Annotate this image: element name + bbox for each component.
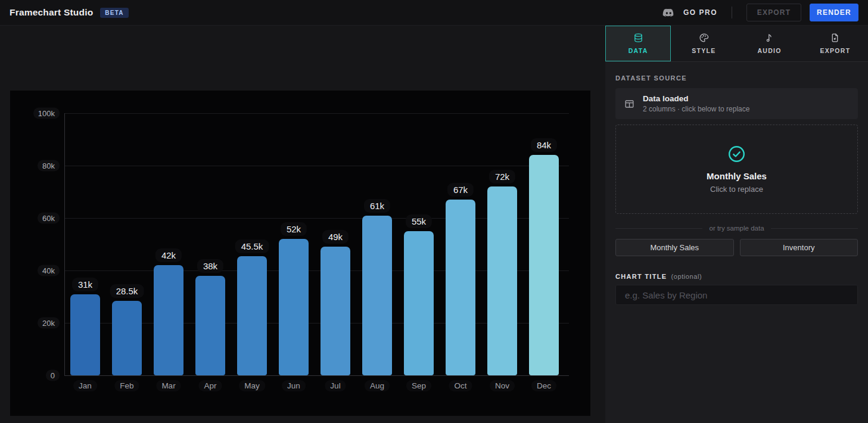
bar-Sep xyxy=(404,231,434,375)
tab-data[interactable]: DATA xyxy=(605,26,671,61)
chart-title-label: CHART TITLE (optional) xyxy=(615,273,858,280)
bar-Feb xyxy=(112,301,142,375)
tab-audio[interactable]: AUDIO xyxy=(737,26,802,61)
x-tick-Jan: Jan xyxy=(73,380,97,391)
value-label-Sep: 55k xyxy=(406,214,432,228)
dataset-source-heading: DATASET SOURCE xyxy=(615,74,858,82)
top-bar-actions: GO PRO EXPORT RENDER xyxy=(662,4,858,21)
sample-data-divider: or try sample data xyxy=(615,225,858,232)
tab-style[interactable]: STYLE xyxy=(671,26,736,61)
file-export-icon xyxy=(830,33,840,43)
palette-icon xyxy=(699,33,709,43)
tab-data-label: DATA xyxy=(629,47,648,54)
data-loaded-title: Data loaded xyxy=(643,94,749,103)
discord-icon[interactable] xyxy=(662,6,675,19)
x-tick-Jun: Jun xyxy=(282,380,306,391)
y-tick-100k: 100k xyxy=(33,108,60,119)
check-circle-icon xyxy=(727,145,746,163)
music-note-icon xyxy=(764,33,774,43)
tab-style-label: STYLE xyxy=(692,47,715,54)
export-button[interactable]: EXPORT xyxy=(746,4,801,21)
topbar-divider xyxy=(732,7,732,18)
bar-Aug xyxy=(362,216,392,375)
bar-Nov xyxy=(487,186,517,375)
value-label-Apr: 38k xyxy=(197,259,223,273)
sidebar-tab-bar: DATA STYLE AUDIO EXPORT xyxy=(605,26,868,62)
dropzone-hint: Click to replace xyxy=(710,185,763,194)
x-tick-May: May xyxy=(239,380,265,391)
x-tick-Nov: Nov xyxy=(490,380,515,391)
sample-monthly-sales-button[interactable]: Monthly Sales xyxy=(615,239,734,256)
x-tick-Apr: Apr xyxy=(198,380,222,391)
bar-Jun xyxy=(279,239,309,375)
value-label-Dec: 84k xyxy=(531,138,557,152)
chart-title-label-main: CHART TITLE xyxy=(615,273,667,280)
bar-Jan xyxy=(70,294,100,375)
dropzone-dataset-name: Monthly Sales xyxy=(707,171,767,181)
y-tick-80k: 80k xyxy=(38,160,60,172)
x-tick-Sep: Sep xyxy=(406,380,431,391)
bar-chart: 020k40k60k80k100k31kJan28.5kFeb42kMar38k… xyxy=(10,91,590,416)
value-label-Jan: 31k xyxy=(72,278,98,291)
sample-inventory-button[interactable]: Inventory xyxy=(740,239,858,256)
app-title: Framechart Studio xyxy=(10,7,93,18)
database-icon xyxy=(633,33,643,43)
brand: Framechart Studio BETA xyxy=(10,7,129,18)
beta-badge: BETA xyxy=(100,8,128,18)
gridline-100k xyxy=(64,113,569,114)
render-button[interactable]: RENDER xyxy=(810,4,858,21)
x-tick-Dec: Dec xyxy=(531,380,556,391)
value-label-Mar: 42k xyxy=(155,248,182,262)
value-label-Oct: 67k xyxy=(447,183,474,197)
x-tick-Oct: Oct xyxy=(449,380,472,391)
chart-title-input[interactable] xyxy=(615,285,858,305)
y-tick-40k: 40k xyxy=(38,265,60,276)
bar-Apr xyxy=(195,276,225,375)
bar-Jul xyxy=(321,247,350,375)
data-loaded-text: Data loaded 2 columns · click below to r… xyxy=(643,94,749,113)
data-loaded-subtitle: 2 columns · click below to replace xyxy=(643,105,749,113)
bar-May xyxy=(237,256,267,375)
bar-Mar xyxy=(154,265,183,375)
chart-title-label-suffix: (optional) xyxy=(671,273,702,280)
x-axis-line xyxy=(64,375,569,376)
tab-audio-label: AUDIO xyxy=(757,47,781,54)
tab-export[interactable]: EXPORT xyxy=(802,26,868,61)
x-tick-Aug: Aug xyxy=(365,380,390,391)
bar-Oct xyxy=(446,200,475,375)
sidebar-content: DATASET SOURCE Data loaded 2 columns · c… xyxy=(605,74,868,305)
table-icon xyxy=(624,98,635,110)
y-tick-0: 0 xyxy=(46,370,60,381)
go-pro-link[interactable]: GO PRO xyxy=(683,8,717,17)
sample-data-divider-label: or try sample data xyxy=(709,225,764,232)
value-label-Jun: 52k xyxy=(281,222,307,236)
divider-line-right xyxy=(771,228,858,229)
value-label-May: 45.5k xyxy=(235,240,269,253)
tab-export-label: EXPORT xyxy=(820,47,850,54)
dataset-dropzone[interactable]: Monthly Sales Click to replace xyxy=(615,125,858,214)
x-tick-Mar: Mar xyxy=(156,380,181,391)
data-loaded-card: Data loaded 2 columns · click below to r… xyxy=(615,88,858,119)
y-tick-60k: 60k xyxy=(38,213,60,224)
x-tick-Feb: Feb xyxy=(114,380,139,391)
value-label-Nov: 72k xyxy=(489,170,515,183)
bar-Dec xyxy=(529,155,559,375)
value-label-Jul: 49k xyxy=(322,230,349,244)
y-tick-20k: 20k xyxy=(38,318,60,329)
divider-line-left xyxy=(615,228,702,229)
chart-panel: 020k40k60k80k100k31kJan28.5kFeb42kMar38k… xyxy=(10,91,590,416)
value-label-Feb: 28.5k xyxy=(110,284,144,298)
sample-data-buttons: Monthly Sales Inventory xyxy=(615,239,858,256)
settings-sidebar: DATA STYLE AUDIO EXPORT xyxy=(605,26,868,423)
top-bar: Framechart Studio BETA GO PRO EXPORT REN… xyxy=(0,0,868,26)
chart-stage: 020k40k60k80k100k31kJan28.5kFeb42kMar38k… xyxy=(0,26,605,423)
y-axis-line xyxy=(64,113,65,375)
value-label-Aug: 61k xyxy=(364,199,390,213)
gridline-80k xyxy=(64,166,569,166)
x-tick-Jul: Jul xyxy=(325,380,346,391)
